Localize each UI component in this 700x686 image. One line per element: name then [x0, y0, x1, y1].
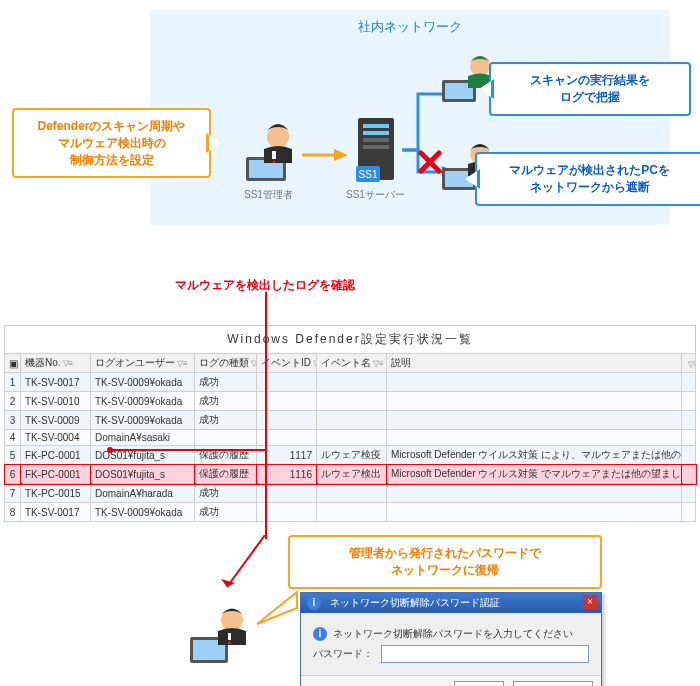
- svg-rect-7: [363, 124, 389, 128]
- cell: [317, 411, 387, 430]
- col-logon-user[interactable]: ログオンユーザー▽≡: [91, 354, 195, 373]
- table-header-row: ▣ 機器No.▽≡ ログオンユーザー▽≡ ログの種類▽≡ イベントID▽≡ イベ…: [5, 354, 696, 373]
- ss1-admin-icon: [240, 115, 300, 187]
- col-device-no[interactable]: 機器No.▽≡: [21, 354, 91, 373]
- cell: TK-SV-0017: [21, 503, 91, 522]
- cancel-button[interactable]: キャンセル: [513, 681, 593, 686]
- callout-block-network: マルウェアが検出されたPCを ネットワークから遮断: [475, 152, 700, 206]
- cell: TK-PC-0015: [21, 484, 91, 503]
- cell: DomainA¥sasaki: [91, 430, 195, 446]
- ss1-server-icon: SS1: [350, 112, 402, 194]
- cell: TK-SV-0010: [21, 392, 91, 411]
- cell: TK-SV-0009¥okada: [91, 503, 195, 522]
- svg-rect-28: [228, 633, 231, 640]
- cell: [317, 503, 387, 522]
- password-label: パスワード：: [313, 647, 381, 661]
- cell: [317, 430, 387, 446]
- cell: [387, 484, 682, 503]
- block-x-icon: [418, 150, 442, 176]
- cell: DomainA¥harada: [91, 484, 195, 503]
- arrow-admin-to-server: [300, 145, 350, 165]
- table-row[interactable]: 4TK-SV-0004DomainA¥sasaki: [5, 430, 696, 446]
- svg-rect-9: [363, 138, 389, 142]
- svg-marker-24: [257, 592, 297, 624]
- table-row[interactable]: 7TK-PC-0015DomainA¥harada成功: [5, 484, 696, 503]
- cell: FK-PC-0001: [21, 446, 91, 465]
- row-number: 7: [5, 484, 21, 503]
- cell: [317, 484, 387, 503]
- col-event-name[interactable]: イベント名▽≡: [317, 354, 387, 373]
- callout-configure-defender: Defenderのスキャン周期や マルウェア検出時の 制御方法を設定: [12, 108, 211, 178]
- cell: [387, 430, 682, 446]
- svg-rect-10: [363, 145, 389, 149]
- callout-recovery: 管理者から発行されたパスワードで ネットワークに復帰: [288, 535, 602, 589]
- svg-point-2: [267, 126, 289, 148]
- defender-status-table: Windows Defender設定実行状況一覧 ▣ 機器No.▽≡ ログオンユ…: [4, 325, 696, 522]
- dialog-close-button[interactable]: ×: [583, 595, 597, 609]
- cell: TK-SV-0004: [21, 430, 91, 446]
- ss1-server-label: SS1サーバー: [346, 188, 405, 202]
- svg-rect-3: [272, 151, 276, 159]
- row-number: 3: [5, 411, 21, 430]
- table-row[interactable]: 3TK-SV-0009TK-SV-0009¥okada成功: [5, 411, 696, 430]
- table-row[interactable]: 8TK-SV-0017TK-SV-0009¥okada成功: [5, 503, 696, 522]
- table-row[interactable]: 2TK-SV-0010TK-SV-0009¥okada成功: [5, 392, 696, 411]
- row-number: 1: [5, 373, 21, 392]
- cell: 成功: [195, 373, 257, 392]
- cell: [317, 373, 387, 392]
- svg-text:SS1: SS1: [359, 169, 378, 180]
- cell: Microsoft Defender ウイルス対策 により、マルウェアまたは他の…: [387, 446, 682, 465]
- cell: [387, 503, 682, 522]
- dialog-titlebar: i ネットワーク切断解除パスワード認証 ×: [301, 593, 601, 613]
- red-pointer-dot: [107, 447, 113, 453]
- cell: [387, 411, 682, 430]
- row-number: 8: [5, 503, 21, 522]
- recovery-user-icon: [188, 605, 250, 673]
- cell: 成功: [195, 503, 257, 522]
- cell: FK-PC-0001: [21, 465, 91, 484]
- info-icon: i: [307, 596, 321, 610]
- col-description[interactable]: 説明: [387, 354, 682, 373]
- row-number: 6: [5, 465, 21, 484]
- network-title: 社内ネットワーク: [150, 18, 670, 36]
- red-pointer-v2: [265, 449, 267, 539]
- cell: ルウェア検出: [317, 465, 387, 484]
- ss1-admin-label: SS1管理者: [244, 188, 293, 202]
- cell: [195, 430, 257, 446]
- row-number: 5: [5, 446, 21, 465]
- red-pointer-v1: [265, 292, 267, 449]
- dialog-message: ネットワーク切断解除パスワードを入力してください: [333, 627, 573, 641]
- password-input[interactable]: [381, 645, 589, 663]
- cell: 成功: [195, 484, 257, 503]
- auth-button[interactable]: 認証: [454, 681, 504, 686]
- cell: TK-SV-0017: [21, 373, 91, 392]
- recovery-callout-tail: [253, 590, 299, 630]
- table-title: Windows Defender設定実行状況一覧: [4, 325, 696, 353]
- cell: 成功: [195, 411, 257, 430]
- col-tail[interactable]: ▽≡: [682, 354, 696, 373]
- col-log-type[interactable]: ログの種類▽≡: [195, 354, 257, 373]
- table-row[interactable]: 6FK-PC-0001DOS01¥fujita_s保護の履歴1116ルウェア検出…: [5, 465, 696, 484]
- info-icon: i: [313, 627, 327, 641]
- callout-scan-log: スキャンの実行結果を ログで把握: [489, 62, 691, 116]
- cell: TK-SV-0009¥okada: [91, 373, 195, 392]
- cell: TK-SV-0009: [21, 411, 91, 430]
- cell: 成功: [195, 392, 257, 411]
- svg-marker-5: [334, 149, 348, 161]
- cell: [387, 392, 682, 411]
- cell: Microsoft Defender ウイルス対策 でマルウェアまたは他の望まし…: [387, 465, 682, 484]
- svg-rect-8: [363, 131, 389, 135]
- cell: DOS01¥fujita_s: [91, 465, 195, 484]
- cell: TK-SV-0009¥okada: [91, 392, 195, 411]
- row-number: 4: [5, 430, 21, 446]
- cell: [387, 373, 682, 392]
- password-dialog: i ネットワーク切断解除パスワード認証 × i ネットワーク切断解除パスワードを…: [300, 592, 602, 686]
- dialog-title-text: ネットワーク切断解除パスワード認証: [330, 597, 500, 608]
- row-number: 2: [5, 392, 21, 411]
- table-corner: ▣: [5, 354, 21, 373]
- cell: 保護の履歴: [195, 465, 257, 484]
- cell: ルウェア検疫: [317, 446, 387, 465]
- red-pointer-h: [110, 449, 267, 451]
- table-row[interactable]: 1TK-SV-0017TK-SV-0009¥okada成功: [5, 373, 696, 392]
- cell: [317, 392, 387, 411]
